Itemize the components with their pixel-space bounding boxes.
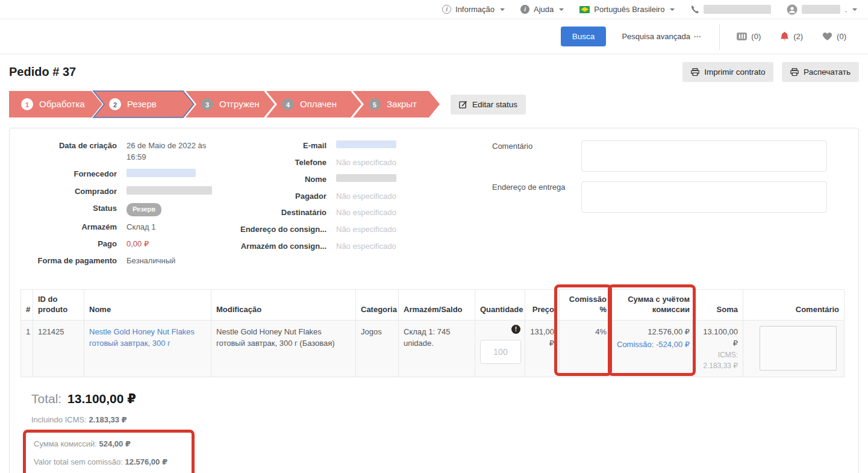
total-without-commission-label: Valor total sem comissão: [34,457,123,466]
step-number: 5 [373,101,376,108]
email-value [336,140,396,152]
table-header-row: # ID do produto Nome Modificação Categor… [21,289,845,320]
detail-row: Fornecedor [20,169,219,181]
step-label: Закрыт [387,99,417,109]
workflow-step-otgruzhen[interactable]: 3 Отгружен [186,91,275,117]
print-buttons: Imprimir contrato Распечатать [682,62,859,82]
printer-icon [691,68,699,76]
col-name: Nome [84,289,211,320]
info-menu[interactable]: i Informação [442,5,505,14]
step-label: Отгружен [219,99,260,109]
products-table: # ID do produto Nome Modificação Categor… [20,289,845,377]
row-commission-percent: 4% [560,320,612,377]
comment-textarea[interactable] [581,140,827,172]
notifications-count: (2) [793,32,803,41]
col-sum-with-commission: Сумма с учётом комиссии [612,289,695,320]
col-price: Preço [525,289,560,320]
annotation-box-commission-totals: Сумма комиссий: 524,00 ₽ Valor total sem… [23,430,195,473]
help-menu-label: Ajuda [534,5,554,14]
details-column-2: E-mail Telefone Não especificado Nome [230,140,432,272]
reports-counter[interactable]: (0) [737,32,761,41]
consignee-address-value: Não especificado [336,224,396,236]
detail-row: Endereço do consign... Não especificado [230,224,432,236]
col-warehouse-stock: Armazém/Saldo [399,289,475,320]
step-number: 1 [25,101,29,108]
totals-section: Total: 13.100,00 ₽ Incluindo ICMS: 2.183… [31,392,848,473]
detail-row: Telefone Não especificado [230,157,432,169]
detail-row: Pagador Não especificado [230,191,432,202]
row-comment-cell [743,320,845,377]
detail-row: Armazém Склад 1 [20,222,219,233]
exclamation-icon[interactable]: ! [511,325,520,334]
notifications-counter[interactable]: (2) [780,31,803,42]
step-label: Обработка [39,99,85,109]
more-options-icon: ••• [694,34,701,40]
detail-label: E-mail [230,140,326,152]
step-label: Резерв [127,99,157,109]
redacted-phone-number [704,5,771,14]
detail-row: Data de criação 26 de Maio de 2022 às 16… [20,140,219,163]
print-contract-button[interactable]: Imprimir contrato [682,62,773,82]
printer-icon [790,68,799,76]
paid-value: 0,00 ₽ [126,239,149,250]
delivery-address-label: Endereço de entrega [492,181,581,213]
help-icon: i [520,5,529,14]
print-button[interactable]: Распечатать [782,62,859,82]
user-menu[interactable]: . [787,4,857,15]
row-sum-with-commission-cell: 12.576,00 ₽ Comissão: -524,00 ₽ [612,320,695,377]
commissions-sum-value: 524,00 ₽ [99,439,130,448]
delivery-address-textarea[interactable] [581,181,827,213]
row-quantity-cell: ! [475,320,525,377]
step-number: 2 [113,101,117,108]
columns-icon [737,33,747,40]
workflow-ribbon: 1 Обработка 2 Резерв 3 Отгружен 4 Оплаче… [9,90,440,118]
edit-icon [459,100,467,108]
print-contract-label: Imprimir contrato [704,67,765,77]
redacted-email [336,140,396,148]
redacted-buyer [126,186,212,195]
buyer-value [126,186,212,198]
total-value: 13.100,00 ₽ [67,392,136,406]
col-product-id: ID do produto [33,289,84,320]
detail-label: Telefone [230,157,326,169]
col-quantity: Quantidade [475,289,525,320]
phone-icon [690,5,699,14]
workflow-step-oplachen[interactable]: 4 Оплачен [266,91,361,117]
language-menu[interactable]: Português Brasileiro [579,5,675,14]
redacted-name [336,174,396,182]
search-button[interactable]: Busca [561,27,607,46]
col-sum: Soma [695,289,743,320]
workflow-step-rezerv-active[interactable]: 2 Резерв [93,91,194,117]
detail-label: Nome [230,174,326,186]
detail-row: Nome [230,174,432,186]
help-menu[interactable]: i Ajuda [520,5,564,14]
supplier-value [126,169,196,181]
step-number: 3 [205,101,209,108]
workflow-step-obrabotka[interactable]: 1 Обработка [9,91,102,117]
phone-area [690,5,771,14]
heart-icon [822,32,832,41]
vertical-divider [719,23,720,50]
row-category: Jogos [356,320,399,377]
detail-row: E-mail [230,140,432,152]
commission-amount-link[interactable]: Comissão: -524,00 ₽ [617,340,690,349]
payer-value: Não especificado [336,191,396,202]
total-without-commission-value: 12.576,00 ₽ [125,457,168,466]
edit-status-button[interactable]: Editar status [451,95,526,114]
product-name-link[interactable]: Nestle Gold Honey Nut Flakes готовый зав… [89,327,195,348]
row-comment-box[interactable] [760,326,837,371]
col-comment: Comentário [743,289,845,320]
workflow-step-zakryt[interactable]: 5 Закрыт [353,91,440,117]
row-product-id: 121425 [33,320,84,377]
icms-value: 2.183,33 ₽ [700,360,738,371]
row-sum-cell: 13.100,00 ₽ ICMS: 2.183,33 ₽ [695,320,743,377]
favorites-counter[interactable]: (0) [822,32,846,41]
comment-label: Comentário [492,140,581,172]
advanced-search-link[interactable]: Pesquisa avançada ••• [622,32,701,41]
status-workflow: 1 Обработка 2 Резерв 3 Отгружен 4 Оплаче… [9,90,859,118]
quantity-input[interactable] [480,340,521,364]
sum-total-value: 13.100,00 ₽ [700,326,738,349]
detail-label: Pago [20,239,117,250]
user-name-suffix: . [845,5,847,14]
detail-label: Forma de pagamento [20,255,117,267]
